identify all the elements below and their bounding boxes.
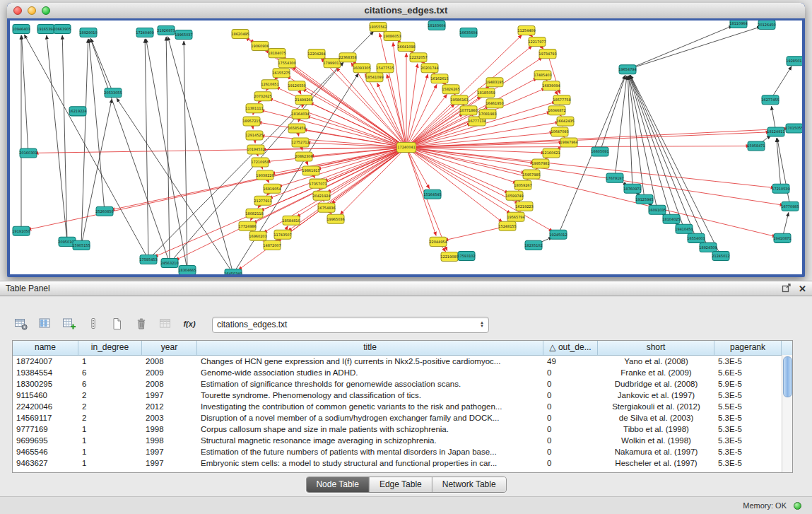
graph-node[interactable]: 16219223 <box>515 201 533 211</box>
graph-node[interactable]: 10194532 <box>247 145 264 154</box>
table-row[interactable]: 946362711997Embryonic stem cells: a mode… <box>13 457 792 469</box>
graph-node[interactable]: 19165394 <box>37 25 54 34</box>
graph-node[interactable]: 12217977 <box>528 37 546 47</box>
graph-node[interactable]: 21926973 <box>157 26 175 35</box>
graph-node[interactable]: 19654794 <box>618 65 636 74</box>
graph-node[interactable]: 19191050 <box>12 226 30 235</box>
graph-node[interactable]: 19126550 <box>288 81 305 90</box>
graph-node[interactable]: 17724986 <box>238 221 256 230</box>
table-row[interactable]: 1456911722003Disruption of a novel membe… <box>13 412 792 424</box>
graph-node[interactable]: 15477515 <box>376 64 394 73</box>
graph-node[interactable]: 17554300 <box>278 59 295 68</box>
import-table-button[interactable] <box>155 315 175 334</box>
column-header-year[interactable]: year <box>142 341 197 355</box>
graph-node[interactable]: 19086053 <box>383 32 401 41</box>
graph-node[interactable]: 19285011 <box>786 57 802 66</box>
graph-node[interactable]: 18185059 <box>477 88 495 98</box>
delete-button[interactable] <box>131 315 151 334</box>
graph-node[interactable]: 17210539 <box>772 184 789 193</box>
graph-node[interactable]: 12204284 <box>307 49 325 59</box>
tab-network-table[interactable]: Network Table <box>433 477 506 492</box>
graph-node[interactable]: 17240409 <box>136 28 153 37</box>
table-row[interactable]: 1938455462009Genome-wide association stu… <box>13 367 792 378</box>
graph-node[interactable]: 20663905 <box>53 25 71 34</box>
graph-node[interactable]: 16093305 <box>353 64 370 73</box>
zoom-window-button[interactable] <box>42 6 50 15</box>
graph-node[interactable]: 18055562 <box>369 23 387 32</box>
table-row[interactable]: 1830029562008Estimation of significance … <box>13 378 792 390</box>
graph-node[interactable]: 16219224 <box>69 107 86 116</box>
graph-node[interactable]: 10647093 <box>551 127 568 136</box>
graph-node[interactable]: 18957215 <box>242 117 260 126</box>
graph-node[interactable]: 18577758 <box>553 95 570 105</box>
graph-node[interactable]: 17015055 <box>785 124 802 133</box>
graph-node[interactable]: 18620495 <box>231 30 249 39</box>
graph-node[interactable]: 19847964 <box>560 138 577 147</box>
graph-node[interactable]: 12219085 <box>440 252 458 261</box>
graph-node[interactable]: 16839094 <box>542 81 560 90</box>
column-header-short[interactable]: short <box>598 341 714 355</box>
table-scrollbar[interactable] <box>782 355 792 472</box>
graph-node[interactable]: 20732625 <box>254 92 271 101</box>
graph-node[interactable]: 24563210 <box>160 258 178 267</box>
graph-node[interactable]: 18584810 <box>282 216 300 225</box>
create-column-button[interactable] <box>59 315 78 334</box>
graph-node[interactable]: 16277455 <box>761 95 779 105</box>
graph-node[interactable]: 16754836 <box>317 203 335 212</box>
table-row[interactable]: 969969511998Structural magnetic resonanc… <box>13 435 792 446</box>
graph-node[interactable]: 18104025 <box>662 214 680 223</box>
graph-node[interactable]: 16919054 <box>263 184 281 193</box>
network-canvas[interactable]: 1862049519060906181840751755430016155275… <box>7 18 805 277</box>
graph-node[interactable]: 16091035 <box>648 205 666 214</box>
graph-node[interactable]: 16162615 <box>430 74 448 83</box>
new-table-button[interactable] <box>107 315 126 334</box>
table-mode-button[interactable] <box>11 315 30 334</box>
close-panel-icon[interactable]: ✕ <box>799 281 806 297</box>
graph-node[interactable]: 20862306 <box>295 152 312 161</box>
table-source-select[interactable]: citations_edges.txt ▲ ▼ <box>212 317 489 333</box>
graph-node[interactable]: 18184075 <box>268 49 286 58</box>
table-row[interactable]: 946554611997Estimation of the future num… <box>13 446 792 457</box>
tab-edge-table[interactable]: Edge Table <box>370 477 433 492</box>
graph-node[interactable]: 10946403 <box>12 25 30 34</box>
table-row[interactable]: 1872400712008Changes of HCN gene express… <box>13 356 792 367</box>
graph-node[interactable]: 18760971 <box>623 184 641 193</box>
graph-hub-node[interactable]: 17240041 <box>397 142 416 152</box>
graph-node[interactable]: 18235102 <box>524 240 542 250</box>
graph-node[interactable]: 16554003 <box>687 233 705 243</box>
graph-node[interactable]: 12610651 <box>261 80 278 89</box>
function-builder-button[interactable]: f(x) <box>180 315 199 334</box>
graph-node[interactable]: 17999013 <box>323 59 341 68</box>
graph-node[interactable]: 19125945 <box>635 194 653 204</box>
graph-node[interactable]: 15958471 <box>747 141 765 151</box>
graph-node[interactable]: 17595453 <box>139 255 157 264</box>
graph-node[interactable]: 15957985 <box>522 170 540 179</box>
graph-node[interactable]: 11254409 <box>517 26 535 35</box>
graph-node[interactable]: 19038220 <box>256 170 273 180</box>
graph-node[interactable]: 18124911 <box>767 127 784 136</box>
minimize-window-button[interactable] <box>28 6 36 15</box>
graph-node[interactable]: 11743507 <box>273 230 291 239</box>
graph-node[interactable]: 20533055 <box>104 88 122 98</box>
graph-node[interactable]: 19965037 <box>175 30 192 40</box>
graph-node[interactable]: 20126450 <box>758 21 775 30</box>
graph-node[interactable]: 11381111 <box>245 104 263 113</box>
graph-node[interactable]: 12160621 <box>542 148 560 158</box>
column-header-pagerank[interactable]: pagerank <box>714 341 782 355</box>
graph-node[interactable]: 20421924 <box>312 191 330 200</box>
graph-node[interactable]: 21499266 <box>295 95 312 105</box>
graph-node[interactable]: 20201744 <box>420 64 438 73</box>
tab-node-table[interactable]: Node Table <box>306 477 370 492</box>
row-options-button[interactable] <box>83 315 102 334</box>
graph-node[interactable]: 22368358 <box>339 53 356 62</box>
graph-node[interactable]: 16450340 <box>224 269 242 274</box>
float-panel-icon[interactable] <box>782 283 792 296</box>
graph-node[interactable]: 17210950 <box>251 158 269 167</box>
graph-node[interactable]: 19060906 <box>251 42 269 51</box>
column-header-out_degree[interactable]: △ out_de... <box>543 341 598 355</box>
graph-node[interactable]: 16585459 <box>288 124 305 133</box>
graph-node[interactable]: 18929010 <box>79 28 97 37</box>
graph-node[interactable]: 17081983 <box>478 110 496 119</box>
graph-node[interactable]: 17679197 <box>606 173 623 182</box>
graph-node[interactable]: 19734793 <box>539 49 556 59</box>
